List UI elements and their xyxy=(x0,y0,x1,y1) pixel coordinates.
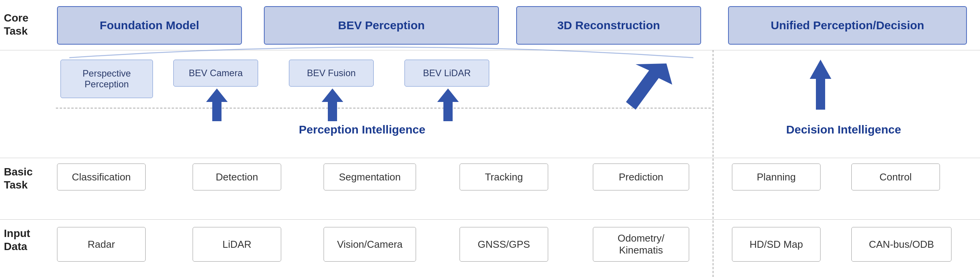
planning-box: Planning xyxy=(732,164,821,190)
vert-divider xyxy=(713,50,713,277)
perception-arc xyxy=(54,35,709,62)
can-bus-box: CAN-bus/ODB xyxy=(851,227,951,262)
bev-camera-box: BEV Camera xyxy=(173,60,258,87)
lidar-box: LiDAR xyxy=(193,227,281,262)
svg-marker-2 xyxy=(437,88,459,121)
arrow-bev-fusion xyxy=(321,88,344,121)
perception-intelligence-label: Perception Intelligence xyxy=(250,123,474,136)
arrow-unified xyxy=(809,60,832,110)
bev-lidar-box: BEV LiDAR xyxy=(404,60,489,87)
tracking-box: Tracking xyxy=(460,164,548,190)
divider-bottom xyxy=(0,219,980,220)
arrow-bev-camera xyxy=(205,88,228,121)
arrow-bev-lidar xyxy=(436,88,460,121)
gnss-gps-box: GNSS/GPS xyxy=(460,227,548,262)
bev-fusion-box: BEV Fusion xyxy=(289,60,374,87)
svg-marker-0 xyxy=(206,88,228,121)
main-container: CoreTask BasicTask InputData Foundation … xyxy=(0,0,980,277)
odometry-box: Odometry/ Kinematis xyxy=(593,227,689,262)
basic-task-label: BasicTask xyxy=(4,165,54,191)
control-box: Control xyxy=(851,164,940,190)
radar-box: Radar xyxy=(57,227,146,262)
perspective-perception-box: Perspective Perception xyxy=(60,60,153,98)
segmentation-box: Segmentation xyxy=(324,164,416,190)
svg-marker-4 xyxy=(810,60,831,110)
svg-marker-3 xyxy=(626,63,672,110)
divider-mid xyxy=(0,158,980,158)
hd-map-box: HD/SD Map xyxy=(732,227,821,262)
vision-camera-box: Vision/Camera xyxy=(324,227,416,262)
core-task-label: CoreTask xyxy=(4,12,54,37)
unified-perception-box: Unified Perception/Decision xyxy=(728,6,967,45)
decision-intelligence-label: Decision Intelligence xyxy=(732,123,955,136)
input-data-label: InputData xyxy=(4,227,54,253)
detection-box: Detection xyxy=(193,164,281,190)
classification-box: Classification xyxy=(57,164,146,190)
svg-marker-1 xyxy=(322,88,343,121)
prediction-box: Prediction xyxy=(593,164,689,190)
diag-arrow-3d xyxy=(612,60,674,121)
